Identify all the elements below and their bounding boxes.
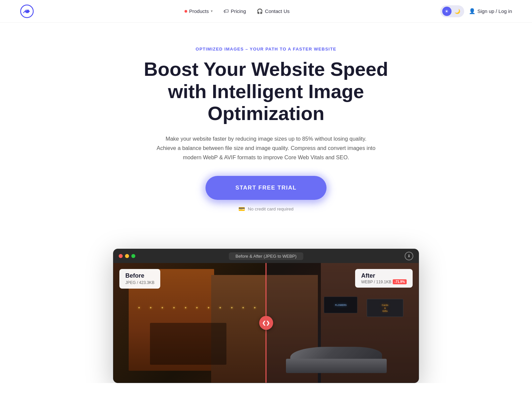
nav-contact[interactable]: 🎧 Contact Us	[257, 8, 290, 14]
hero-title-line3: Optimization	[207, 102, 324, 124]
demo-container: Before & After (JPEG to WEBP) ⬇ Cards&Gi…	[100, 249, 432, 383]
hero-section: OPTIMIZED IMAGES – YOUR PATH TO A FASTER…	[116, 23, 416, 249]
nav-pricing[interactable]: 🏷 Pricing	[223, 8, 246, 14]
theme-toggle[interactable]: ☀ 🌙	[440, 5, 464, 17]
window-close-dot	[119, 254, 123, 258]
navbar: Products ▾ 🏷 Pricing 🎧 Contact Us ☀ 🌙 👤 …	[0, 0, 532, 23]
tag-icon: 🏷	[223, 8, 229, 14]
no-credit-note: 💳 No credit card required	[238, 206, 293, 212]
download-icon[interactable]: ⬇	[405, 252, 413, 260]
nav-products[interactable]: Products ▾	[185, 8, 213, 14]
after-subtitle: WEBP / 119.1KB	[361, 280, 391, 284]
browser-window: Before & After (JPEG to WEBP) ⬇ Cards&Gi…	[113, 249, 419, 383]
browser-titlebar: Before & After (JPEG to WEBP) ⬇	[113, 249, 419, 263]
hero-description: Make your website faster by reducing ima…	[156, 134, 376, 162]
cta-wrapper: START FREE TRIAL 💳 No credit card requir…	[130, 176, 402, 212]
products-dot	[185, 10, 187, 13]
string-lights	[138, 309, 306, 309]
people-silhouette	[150, 323, 226, 365]
before-subtitle: JPEG / 423.3KB	[125, 280, 154, 285]
hero-title: Boost Your Website Speed with Intelligen…	[130, 58, 402, 125]
browser-title: Before & After (JPEG to WEBP)	[229, 252, 303, 260]
logo-icon	[20, 4, 34, 18]
sign-cards: Cards&Gifts	[367, 299, 403, 317]
image-comparison[interactable]: Cards&Gifts FLOWERS ❮❯ Before JPEG / 423…	[113, 263, 419, 383]
nav-right: ☀ 🌙 👤 Sign up / Log in	[440, 5, 512, 17]
car-shape	[290, 347, 382, 373]
user-icon: 👤	[469, 8, 475, 14]
no-credit-text: No credit card required	[248, 206, 293, 211]
credit-card-icon: 💳	[238, 206, 245, 212]
hero-tagline: OPTIMIZED IMAGES – YOUR PATH TO A FASTER…	[130, 47, 402, 52]
before-title: Before	[125, 272, 154, 279]
label-after: After WEBP / 119.1KB -71.9%	[355, 269, 413, 288]
nav-pricing-label: Pricing	[231, 8, 246, 14]
window-controls	[119, 254, 135, 258]
nav-contact-label: Contact Us	[265, 8, 290, 14]
cta-button-outer: START FREE TRIAL	[205, 176, 327, 200]
logo[interactable]	[20, 4, 34, 18]
compare-divider: ❮❯	[266, 263, 267, 383]
signin-label: Sign up / Log in	[477, 8, 512, 14]
reduction-badge: -71.9%	[393, 279, 407, 284]
nav-products-label: Products	[189, 8, 209, 14]
start-trial-button[interactable]: START FREE TRIAL	[205, 176, 327, 200]
theme-light-button[interactable]: ☀	[442, 7, 452, 16]
signin-link[interactable]: 👤 Sign up / Log in	[469, 8, 512, 14]
compare-handle[interactable]: ❮❯	[259, 316, 273, 330]
hero-title-line2: with Intelligent Image	[168, 80, 364, 102]
car-body	[286, 359, 387, 373]
chevron-down-icon: ▾	[211, 9, 213, 13]
nav-center: Products ▾ 🏷 Pricing 🎧 Contact Us	[185, 8, 290, 14]
hero-title-line1: Boost Your Website Speed	[144, 58, 388, 80]
headset-icon: 🎧	[257, 8, 263, 14]
window-minimize-dot	[125, 254, 129, 258]
after-title: After	[361, 272, 375, 279]
window-maximize-dot	[131, 254, 135, 258]
label-before: Before JPEG / 423.3KB	[119, 269, 160, 289]
sign-flowers: FLOWERS	[324, 297, 357, 313]
after-subtitle-row: WEBP / 119.1KB -71.9%	[361, 279, 407, 284]
theme-dark-button[interactable]: 🌙	[453, 7, 462, 16]
